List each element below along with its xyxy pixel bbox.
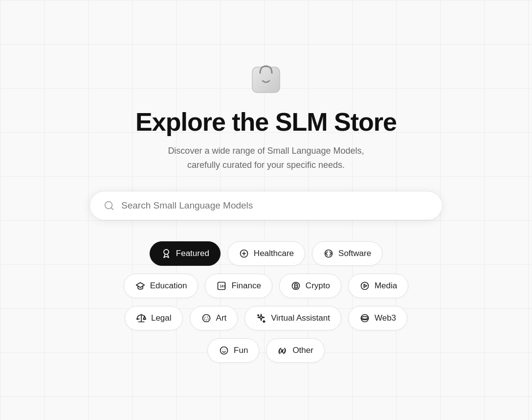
store-icon — [248, 59, 284, 94]
play-icon — [359, 280, 370, 291]
svg-point-23 — [361, 315, 368, 322]
search-icon — [104, 200, 114, 211]
chip-healthcare-label: Healthcare — [254, 249, 294, 258]
chip-featured-label: Featured — [176, 249, 209, 258]
chip-virtual-assistant[interactable]: Virtual Assistant — [244, 306, 341, 330]
award-icon — [161, 248, 172, 259]
chip-crypto-label: Crypto — [306, 281, 330, 291]
chip-other[interactable]: (x) Other — [266, 338, 325, 363]
main-container: Explore the SLM Store Discover a wide ra… — [75, 47, 457, 373]
plus-circle-icon — [239, 248, 249, 259]
chip-education-label: Education — [150, 281, 187, 291]
category-row-4: Fun (x) Other — [207, 338, 325, 363]
svg-point-22 — [206, 320, 207, 321]
scale-icon — [136, 313, 147, 324]
chip-crypto[interactable]: Crypto — [279, 274, 341, 298]
category-row-2: Education 101 Finance C — [124, 274, 409, 298]
chip-healthcare[interactable]: Healthcare — [227, 241, 305, 266]
page-subtitle: Discover a wide range of Small Language … — [168, 144, 364, 172]
art-icon — [201, 313, 212, 324]
chip-software[interactable]: Software — [312, 241, 382, 266]
chip-media-label: Media — [375, 281, 397, 291]
svg-text:101: 101 — [220, 285, 226, 289]
svg-text:(x): (x) — [279, 347, 286, 354]
chip-art[interactable]: Art — [190, 306, 238, 330]
layers-icon — [359, 313, 370, 324]
chip-other-label: Other — [292, 346, 313, 355]
svg-point-4 — [164, 250, 169, 255]
graduation-icon — [135, 280, 146, 291]
chip-art-label: Art — [216, 313, 227, 323]
svg-point-27 — [224, 350, 225, 350]
chip-web3-label: Web3 — [375, 313, 396, 323]
chip-virtual-assistant-label: Virtual Assistant — [271, 313, 330, 323]
search-input[interactable] — [121, 200, 428, 211]
chip-fun[interactable]: Fun — [207, 338, 259, 363]
chip-software-label: Software — [338, 249, 371, 258]
chip-finance-label: Finance — [231, 281, 261, 291]
chip-education[interactable]: Education — [124, 274, 199, 298]
svg-point-19 — [207, 317, 208, 318]
svg-point-17 — [202, 315, 210, 322]
chip-fun-label: Fun — [234, 346, 248, 355]
category-row-1: Featured Healthcare — [150, 241, 382, 266]
svg-point-21 — [207, 319, 208, 320]
chip-legal[interactable]: Legal — [125, 306, 183, 330]
search-bar[interactable] — [90, 191, 442, 220]
svg-point-18 — [204, 317, 205, 318]
svg-line-3 — [111, 208, 113, 210]
finance-icon: 101 — [216, 280, 227, 291]
smile-icon — [219, 345, 229, 356]
svg-point-12 — [361, 282, 368, 290]
chip-web3[interactable]: Web3 — [348, 306, 407, 330]
categories-container: Featured Healthcare — [85, 241, 447, 363]
chip-legal-label: Legal — [151, 313, 172, 323]
code-icon — [323, 248, 334, 259]
category-row-3: Legal Art — [125, 306, 407, 330]
bitcoin-icon — [290, 280, 301, 291]
store-icon-wrapper — [246, 57, 286, 96]
chip-finance[interactable]: 101 Finance — [205, 274, 272, 298]
page-title: Explore the SLM Store — [135, 108, 397, 136]
sparkle-icon — [256, 313, 266, 324]
svg-point-25 — [221, 347, 228, 354]
chip-media[interactable]: Media — [348, 274, 408, 298]
svg-point-20 — [204, 319, 205, 320]
chip-featured[interactable]: Featured — [150, 241, 221, 266]
variable-icon: (x) — [277, 345, 288, 356]
svg-point-26 — [222, 350, 223, 350]
svg-rect-1 — [252, 67, 280, 93]
svg-marker-13 — [364, 284, 367, 288]
